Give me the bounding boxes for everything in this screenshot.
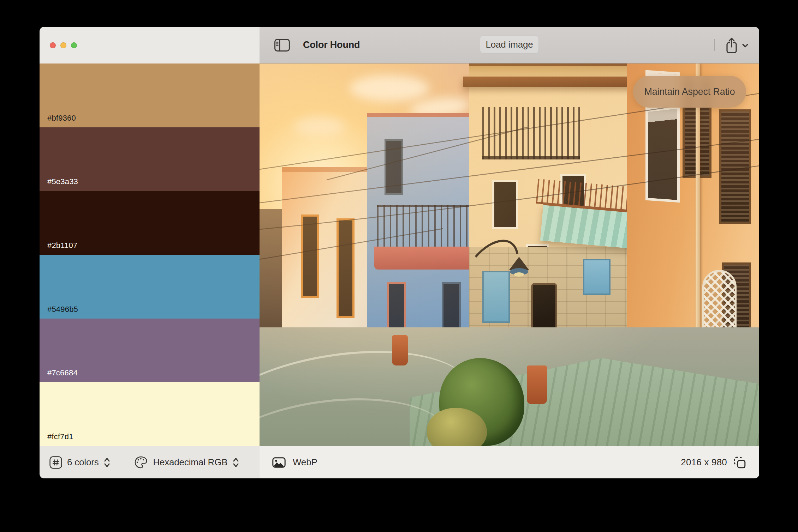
swatch-hex-label: #7c6684	[47, 368, 78, 377]
stepper-icon[interactable]	[232, 457, 239, 468]
palette-statusbar: 6 colors Hexadecimal RGB	[40, 446, 260, 478]
image-format-label: WebP	[293, 457, 317, 468]
sidebar-left-icon	[274, 39, 290, 52]
swatch-hex-label: #2b1107	[47, 241, 77, 250]
color-format-control[interactable]: Hexadecimal RGB	[134, 455, 239, 470]
loaded-image-preview: Maintain Aspect Ratio	[260, 64, 759, 446]
stepper-icon[interactable]	[103, 457, 111, 468]
close-button[interactable]	[50, 42, 56, 48]
maintain-aspect-ratio-toast: Maintain Aspect Ratio	[633, 76, 746, 108]
window-title: Color Hound	[303, 27, 360, 63]
photo-flower-pot	[527, 365, 547, 404]
swatch-hex-label: #5e3a33	[47, 177, 78, 186]
color-swatch[interactable]: #bf9360	[40, 64, 260, 127]
toolbar: Color Hound Load image	[260, 27, 759, 64]
palette-icon	[134, 455, 148, 470]
toolbar-divider	[714, 39, 715, 51]
swatch-hex-label: #fcf7d1	[47, 432, 73, 441]
sidebar-toggle-button[interactable]	[274, 39, 290, 52]
swatch-hex-label: #bf9360	[47, 114, 76, 123]
number-square-icon	[49, 456, 62, 469]
color-format-label: Hexadecimal RGB	[153, 457, 227, 468]
color-swatch[interactable]: #fcf7d1	[40, 382, 260, 446]
minimize-button[interactable]	[60, 42, 66, 48]
palette-sidebar: #bf9360 #5e3a33 #2b1107 #5496b5 #7c6684 …	[40, 64, 260, 446]
window-controls	[50, 42, 77, 48]
color-swatch[interactable]: #7c6684	[40, 319, 260, 382]
chevron-down-icon	[742, 43, 749, 48]
titlebar-sidebar	[40, 27, 260, 64]
color-swatch[interactable]: #5e3a33	[40, 127, 260, 191]
swatch-hex-label: #5496b5	[47, 305, 78, 314]
load-image-button[interactable]: Load image	[480, 35, 539, 54]
share-icon	[724, 36, 739, 55]
share-button[interactable]	[724, 36, 752, 55]
photo-flower-pot	[392, 335, 408, 366]
image-format-item: WebP	[272, 457, 317, 468]
image-dimensions-item: 2016 x 980	[681, 456, 746, 469]
image-dimensions-label: 2016 x 980	[681, 457, 727, 468]
color-swatch[interactable]: #2b1107	[40, 191, 260, 255]
color-count-control[interactable]: 6 colors	[49, 456, 111, 469]
copy-icon[interactable]	[733, 456, 746, 469]
color-swatch[interactable]: #5496b5	[40, 255, 260, 319]
color-count-label: 6 colors	[67, 457, 99, 468]
app-window: Color Hound Load image #bf9360 #5e3a33 #…	[40, 27, 759, 478]
photo-icon	[272, 457, 286, 468]
zoom-button[interactable]	[71, 42, 77, 48]
image-statusbar: WebP 2016 x 980	[260, 446, 759, 478]
street-photo	[260, 64, 759, 446]
